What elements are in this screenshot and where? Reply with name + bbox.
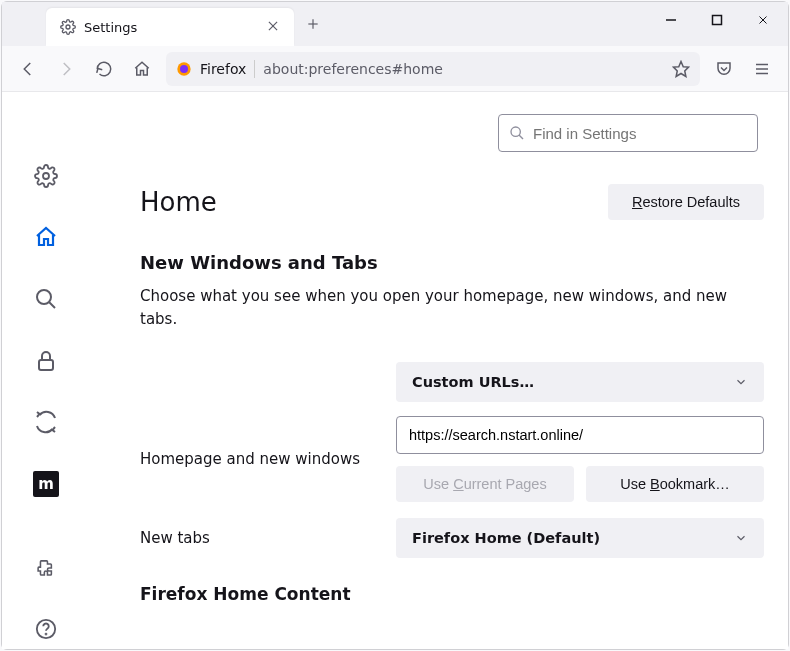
homepage-select-value: Custom URLs…	[412, 374, 534, 390]
category-general-icon[interactable]	[26, 156, 66, 196]
homepage-select[interactable]: Custom URLs…	[396, 362, 764, 402]
newtabs-select[interactable]: Firefox Home (Default)	[396, 518, 764, 558]
reload-button[interactable]	[90, 55, 118, 83]
close-window-button[interactable]	[740, 2, 786, 38]
use-bookmark-button[interactable]: Use Bookmark…	[586, 466, 764, 502]
category-sync-icon[interactable]	[26, 403, 66, 443]
bookmark-star-icon[interactable]	[672, 60, 690, 78]
active-tab[interactable]: Settings	[46, 8, 294, 46]
url-text[interactable]: about:preferences#home	[263, 61, 664, 77]
svg-point-15	[43, 173, 49, 179]
chevron-down-icon	[734, 531, 748, 545]
firefox-icon	[176, 61, 192, 77]
browser-window: Settings	[1, 1, 789, 650]
svg-rect-18	[39, 360, 53, 370]
category-privacy-icon[interactable]	[26, 341, 66, 381]
minimize-button[interactable]	[648, 2, 694, 38]
homepage-url-input[interactable]	[396, 416, 764, 454]
forward-button[interactable]	[52, 55, 80, 83]
site-identity-label: Firefox	[200, 61, 246, 77]
m-badge: m	[33, 471, 59, 497]
section-new-windows-tabs: New Windows and Tabs	[140, 252, 764, 273]
preferences-main: Home Restore Defaults New Windows and Ta…	[90, 92, 788, 649]
svg-line-22	[519, 135, 523, 139]
window-controls	[648, 2, 786, 38]
newtabs-label: New tabs	[140, 529, 380, 547]
back-button[interactable]	[14, 55, 42, 83]
svg-point-10	[180, 65, 188, 73]
use-current-pages-button[interactable]: Use Current Pages	[396, 466, 574, 502]
category-extension-icon[interactable]: m	[26, 464, 66, 504]
svg-line-17	[49, 302, 55, 308]
new-tab-button[interactable]	[300, 11, 326, 37]
pocket-button[interactable]	[710, 55, 738, 83]
category-home-icon[interactable]	[26, 218, 66, 258]
section-home-content: Firefox Home Content	[140, 584, 764, 604]
restore-defaults-button[interactable]: Restore Defaults	[608, 184, 764, 220]
svg-marker-11	[674, 61, 689, 76]
svg-point-0	[66, 25, 70, 29]
svg-point-16	[37, 290, 51, 304]
url-separator	[254, 60, 255, 78]
gear-icon	[60, 19, 76, 35]
find-in-settings[interactable]	[498, 114, 758, 152]
svg-point-21	[511, 127, 520, 136]
page-heading: Home	[140, 187, 217, 217]
chevron-down-icon	[734, 375, 748, 389]
svg-rect-6	[713, 16, 722, 25]
tab-title: Settings	[84, 20, 258, 35]
category-search-icon[interactable]	[26, 279, 66, 319]
svg-point-20	[46, 634, 47, 635]
newtabs-select-value: Firefox Home (Default)	[412, 530, 600, 546]
titlebar: Settings	[2, 2, 788, 46]
section-description: Choose what you see when you open your h…	[140, 285, 764, 330]
home-button[interactable]	[128, 55, 156, 83]
category-extensions-icon[interactable]	[26, 548, 66, 588]
find-in-settings-input[interactable]	[533, 125, 747, 142]
search-icon	[509, 125, 525, 141]
maximize-button[interactable]	[694, 2, 740, 38]
close-tab-icon[interactable]	[266, 19, 282, 35]
homepage-row-label: Homepage and new windows	[140, 450, 380, 468]
category-sidebar: m	[2, 92, 90, 649]
navigation-toolbar: Firefox about:preferences#home	[2, 46, 788, 92]
category-help-icon[interactable]	[26, 609, 66, 649]
preferences-page: m Home Restore Defaults New Wind	[2, 92, 788, 649]
app-menu-button[interactable]	[748, 55, 776, 83]
url-bar[interactable]: Firefox about:preferences#home	[166, 52, 700, 86]
